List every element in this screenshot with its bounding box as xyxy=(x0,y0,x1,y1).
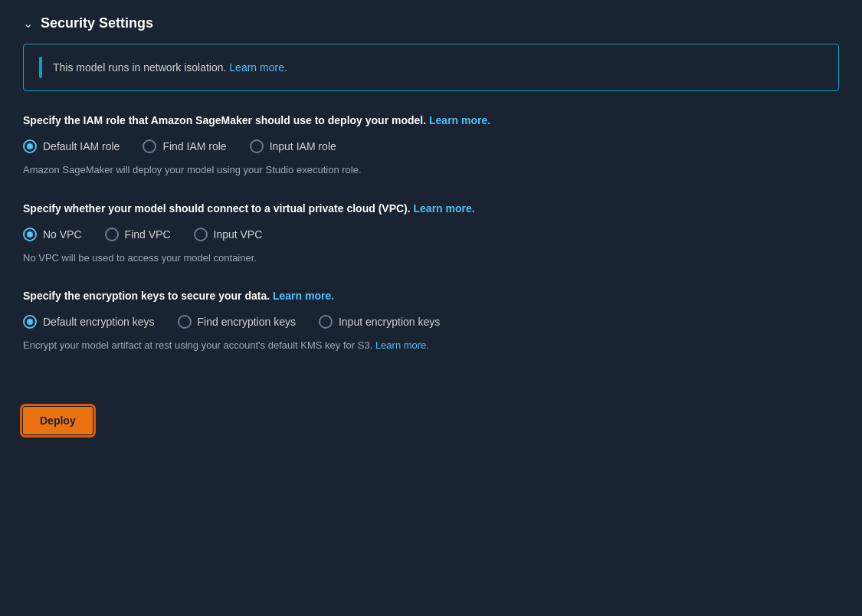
vpc-option-no[interactable]: No VPC xyxy=(23,228,82,241)
encryption-section: Specify the encryption keys to secure yo… xyxy=(23,288,839,353)
encryption-input-radio[interactable] xyxy=(319,315,333,329)
vpc-input-label: Input VPC xyxy=(214,228,263,241)
iam-find-radio[interactable] xyxy=(143,139,156,153)
iam-option-find[interactable]: Find IAM role xyxy=(143,139,226,153)
info-bar-accent xyxy=(39,57,42,78)
encryption-option-find[interactable]: Find encryption keys xyxy=(178,315,296,329)
encryption-learn-more-link[interactable]: Learn more. xyxy=(273,290,334,302)
iam-section-label: Specify the IAM role that Amazon SageMak… xyxy=(23,113,839,129)
encryption-hint-text: Encrypt your model artifact at rest usin… xyxy=(23,338,839,353)
iam-role-section: Specify the IAM role that Amazon SageMak… xyxy=(23,113,839,178)
info-banner: This model runs in network isolation. Le… xyxy=(23,44,839,91)
deploy-button[interactable]: Deploy xyxy=(23,407,93,434)
encryption-option-default[interactable]: Default encryption keys xyxy=(23,315,155,329)
iam-option-input[interactable]: Input IAM role xyxy=(250,139,336,153)
section-header: ⌄ Security Settings xyxy=(23,15,839,31)
vpc-find-label: Find VPC xyxy=(125,228,171,241)
vpc-no-radio[interactable] xyxy=(23,228,37,241)
vpc-learn-more-link[interactable]: Learn more. xyxy=(414,202,475,215)
vpc-option-find[interactable]: Find VPC xyxy=(105,228,171,241)
encryption-default-label: Default encryption keys xyxy=(43,316,155,328)
iam-default-label: Default IAM role xyxy=(43,140,120,152)
chevron-down-icon[interactable]: ⌄ xyxy=(23,16,33,31)
section-title: Security Settings xyxy=(41,15,153,31)
encryption-input-label: Input encryption keys xyxy=(339,316,440,328)
vpc-input-radio[interactable] xyxy=(194,228,208,241)
iam-find-label: Find IAM role xyxy=(162,140,226,152)
encryption-hint-learn-more-link[interactable]: Learn more. xyxy=(375,339,429,351)
encryption-default-radio[interactable] xyxy=(23,315,37,329)
iam-input-radio[interactable] xyxy=(250,139,264,153)
encryption-section-label: Specify the encryption keys to secure yo… xyxy=(23,288,839,304)
info-banner-text: This model runs in network isolation. Le… xyxy=(53,61,287,74)
iam-option-default[interactable]: Default IAM role xyxy=(23,139,120,153)
iam-default-radio[interactable] xyxy=(23,139,37,153)
encryption-option-input[interactable]: Input encryption keys xyxy=(319,315,440,329)
info-banner-learn-more-link[interactable]: Learn more. xyxy=(229,61,287,74)
vpc-option-input[interactable]: Input VPC xyxy=(194,228,263,241)
iam-learn-more-link[interactable]: Learn more. xyxy=(429,114,490,126)
iam-input-label: Input IAM role xyxy=(270,140,336,152)
encryption-radio-group: Default encryption keys Find encryption … xyxy=(23,315,839,329)
vpc-no-label: No VPC xyxy=(43,228,82,241)
vpc-hint-text: No VPC will be used to access your model… xyxy=(23,251,839,266)
iam-hint-text: Amazon SageMaker will deploy your model … xyxy=(23,162,839,178)
encryption-find-radio[interactable] xyxy=(178,315,192,329)
iam-radio-group: Default IAM role Find IAM role Input IAM… xyxy=(23,139,839,153)
encryption-find-label: Find encryption keys xyxy=(198,316,296,328)
vpc-radio-group: No VPC Find VPC Input VPC xyxy=(23,228,839,241)
vpc-find-radio[interactable] xyxy=(105,228,119,241)
vpc-section: Specify whether your model should connec… xyxy=(23,201,839,266)
vpc-section-label: Specify whether your model should connec… xyxy=(23,201,839,217)
